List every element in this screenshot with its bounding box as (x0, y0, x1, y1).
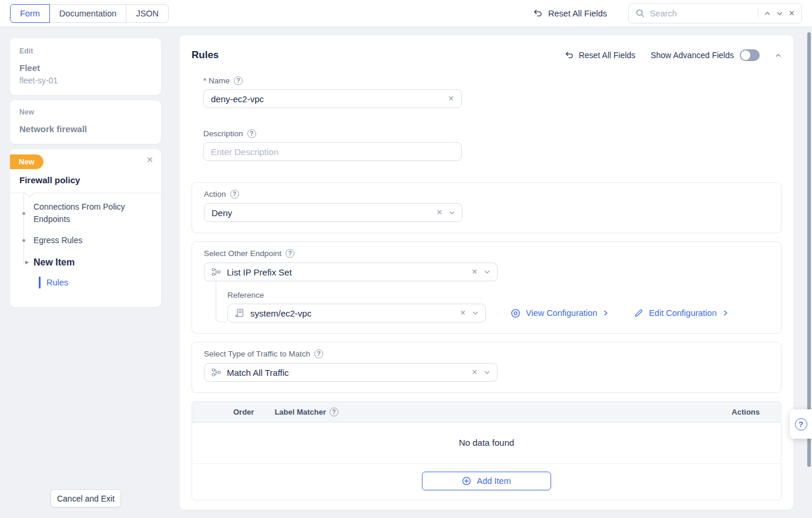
chevron-up-icon (775, 52, 781, 59)
panel-header: Rules Reset All Fields Show Advanced Fie… (192, 49, 781, 61)
panel-reset-label: Reset All Fields (579, 51, 635, 60)
network-firewall-kicker: New (19, 108, 152, 116)
endpoint-nodes-icon (212, 267, 221, 277)
reference-group: Reference system/ec2-vpc ✕ (227, 286, 769, 322)
name-field-block: * Name ? ✕ (203, 76, 781, 108)
help-icon[interactable]: ? (286, 249, 294, 258)
label-matcher-header-text: Label Matcher (274, 408, 326, 416)
reference-row: system/ec2-vpc ✕ View Configuration (227, 304, 769, 322)
endpoint-select-value: List IP Prefix Set (227, 267, 466, 277)
help-icon: ? (795, 418, 807, 430)
name-field-label-row: * Name ? (203, 76, 781, 85)
help-button[interactable]: ? (790, 409, 812, 439)
action-section: Action ? Deny ✕ (192, 182, 781, 233)
endpoint-nodes-icon (212, 368, 221, 377)
help-icon[interactable]: ? (330, 408, 338, 416)
table-header-row: Order Label Matcher ? Actions (192, 402, 781, 423)
bullet-icon (22, 239, 25, 242)
view-tabs: Form Documentation JSON (10, 4, 169, 23)
search-close-button[interactable]: ✕ (788, 9, 795, 18)
name-field-label: * Name (203, 76, 230, 85)
clear-icon[interactable]: ✕ (460, 310, 466, 317)
tab-json[interactable]: JSON (126, 4, 169, 23)
name-input[interactable] (211, 94, 448, 104)
column-header-label-matcher: Label Matcher ? (274, 408, 338, 416)
tree-connector-line (216, 281, 227, 322)
view-configuration-link[interactable]: View Configuration (511, 308, 609, 318)
search-box: ✕ (628, 4, 802, 23)
chevron-down-icon (448, 209, 455, 216)
description-input[interactable] (211, 147, 454, 157)
tree-item-new-item[interactable]: ▸ New Item (10, 257, 153, 268)
search-divider (758, 8, 759, 19)
view-configuration-label: View Configuration (526, 308, 597, 318)
advanced-fields-toggle[interactable] (740, 49, 760, 61)
endpoint-select[interactable]: List IP Prefix Set ✕ (204, 263, 498, 281)
traffic-match-section: Select Type of Traffic to Match ? Match … (192, 342, 781, 393)
traffic-select-value: Match All Traffic (227, 368, 466, 378)
action-select-value: Deny (212, 208, 431, 218)
other-endpoint-section: Select Other Endpoint ? List IP Prefix S… (192, 241, 781, 334)
description-field-block: Description ? (203, 129, 781, 161)
panel-title: Rules (192, 49, 219, 61)
tree-item-label: Egress Rules (33, 236, 82, 245)
caret-right-icon: ▸ (25, 258, 29, 266)
tree-item-egress-rules[interactable]: Egress Rules (10, 234, 153, 247)
rules-panel: Rules Reset All Fields Show Advanced Fie… (180, 35, 793, 510)
sidebar-card-firewall-policy: New ✕ Firewall policy Connections From P… (10, 149, 161, 307)
topbar-reset-label: Reset All Fields (548, 9, 607, 18)
action-label: Action (204, 190, 226, 199)
search-input[interactable] (650, 9, 753, 18)
add-item-label: Add Item (477, 476, 511, 486)
panel-header-actions: Reset All Fields Show Advanced Fields (565, 49, 781, 61)
tab-form[interactable]: Form (10, 4, 50, 23)
close-icon[interactable]: ✕ (146, 155, 153, 164)
help-icon[interactable]: ? (247, 129, 256, 138)
add-item-button[interactable]: Add Item (422, 472, 551, 490)
clear-icon[interactable]: ✕ (472, 268, 478, 276)
clear-icon[interactable]: ✕ (437, 209, 442, 217)
search-next-button[interactable] (776, 10, 783, 17)
description-input-wrap (203, 142, 462, 161)
chevron-down-icon (472, 310, 479, 317)
help-icon[interactable]: ? (314, 349, 323, 358)
tree-item-connections[interactable]: Connections From Policy Endpoints (10, 201, 145, 226)
sidebar: Edit Fleet fleet-sy-01 New Network firew… (10, 38, 161, 312)
collapse-panel-button[interactable] (775, 52, 781, 59)
chevron-up-icon (764, 10, 771, 17)
panel-reset-all-fields-button[interactable]: Reset All Fields (565, 51, 635, 60)
reference-doc-icon (235, 308, 244, 318)
topbar-reset-all-fields-button[interactable]: Reset All Fields (533, 8, 607, 18)
clear-icon[interactable]: ✕ (448, 95, 454, 103)
edit-configuration-label: Edit Configuration (649, 308, 716, 318)
reset-icon (565, 51, 574, 60)
sidebar-card-fleet[interactable]: Edit Fleet fleet-sy-01 (10, 38, 161, 95)
table-add-row: Add Item (192, 464, 781, 500)
description-field-label: Description (203, 129, 243, 138)
bullet-icon (22, 212, 25, 215)
tree-item-rules-selected[interactable]: Rules (39, 277, 153, 288)
search-icon (636, 9, 645, 18)
toggle-knob (741, 51, 750, 60)
tab-documentation[interactable]: Documentation (49, 4, 127, 23)
fleet-card-subtitle: fleet-sy-01 (19, 76, 152, 85)
search-prev-button[interactable] (764, 10, 771, 17)
help-icon[interactable]: ? (230, 190, 239, 199)
plus-circle-icon (462, 476, 471, 486)
action-select[interactable]: Deny ✕ (204, 203, 462, 222)
vertical-scrollbar-thumb[interactable] (807, 32, 811, 467)
reference-select[interactable]: system/ec2-vpc ✕ (227, 304, 486, 322)
sidebar-card-network-firewall[interactable]: New Network firewall (10, 100, 161, 144)
network-firewall-title: Network firewall (19, 124, 152, 134)
eye-icon (511, 308, 521, 318)
cancel-and-exit-button[interactable]: Cancel and Exit (51, 489, 121, 507)
help-icon[interactable]: ? (234, 76, 243, 85)
tree-item-label: New Item (33, 257, 75, 267)
top-toolbar: Form Documentation JSON Reset All Fields… (0, 0, 812, 27)
edit-configuration-link[interactable]: Edit Configuration (634, 308, 729, 318)
traffic-select[interactable]: Match All Traffic ✕ (204, 363, 498, 382)
clear-icon[interactable]: ✕ (472, 369, 478, 376)
new-badge: New (10, 154, 43, 169)
show-advanced-fields-label: Show Advanced Fields (650, 51, 734, 60)
fleet-card-title: Fleet (19, 63, 152, 73)
